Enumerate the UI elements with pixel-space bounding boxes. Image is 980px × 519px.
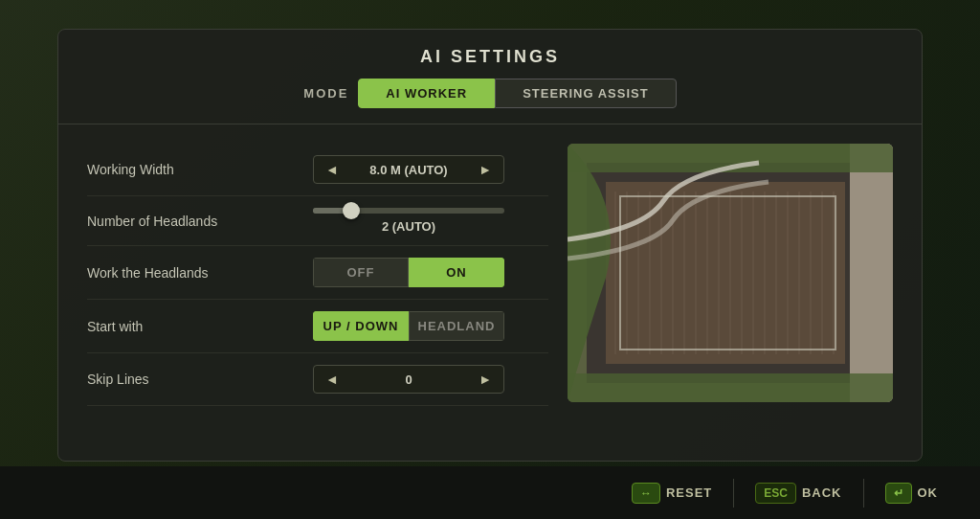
control-headlands: 2 (AUTO) xyxy=(269,208,548,234)
label-start-with: Start with xyxy=(87,319,269,334)
label-ok: OK xyxy=(918,485,939,500)
selector-working-width: ◄ 8.0 M (AUTO) ► xyxy=(313,155,504,184)
toggle-on-work-headlands[interactable]: ON xyxy=(409,258,504,287)
setting-row-start-with: Start with UP / DOWN HEADLAND xyxy=(87,300,548,353)
separator-2 xyxy=(863,479,864,508)
key-ok: ↵ xyxy=(885,483,912,504)
main-panel: AI SETTINGS MODE AI WORKER STEERING ASSI… xyxy=(57,29,923,462)
slider-container-headlands: 2 (AUTO) xyxy=(269,208,548,234)
toggle-updown[interactable]: UP / DOWN xyxy=(313,311,409,341)
mode-label: MODE xyxy=(303,86,358,101)
settings-left: Working Width ◄ 8.0 M (AUTO) ► Number of… xyxy=(87,144,548,406)
control-working-width: ◄ 8.0 M (AUTO) ► xyxy=(269,155,548,184)
toggle-work-headlands: OFF ON xyxy=(313,258,504,287)
panel-title: AI SETTINGS xyxy=(58,30,922,79)
toggle-headland[interactable]: HEADLAND xyxy=(409,311,504,341)
label-reset: RESET xyxy=(666,485,712,500)
selector-skip-lines: ◄ 0 ► xyxy=(313,365,504,394)
value-working-width: 8.0 M (AUTO) xyxy=(350,157,467,183)
arrow-left-skip-lines[interactable]: ◄ xyxy=(314,366,350,393)
control-start-with: UP / DOWN HEADLAND xyxy=(269,311,548,341)
arrow-left-working-width[interactable]: ◄ xyxy=(314,156,350,183)
bottom-bar: ↔ RESET ESC BACK ↵ OK xyxy=(0,466,980,519)
label-back: BACK xyxy=(802,485,842,500)
tab-steering-assist[interactable]: STEERING ASSIST xyxy=(495,79,677,108)
action-back[interactable]: ESC BACK xyxy=(742,477,855,509)
svg-rect-23 xyxy=(850,144,893,402)
control-skip-lines: ◄ 0 ► xyxy=(269,365,548,394)
label-headlands: Number of Headlands xyxy=(87,214,269,229)
slider-value-headlands: 2 (AUTO) xyxy=(382,219,435,234)
toggle-off-work-headlands[interactable]: OFF xyxy=(313,258,409,287)
setting-row-working-width: Working Width ◄ 8.0 M (AUTO) ► xyxy=(87,144,548,196)
separator-1 xyxy=(733,479,734,508)
key-reset: ↔ xyxy=(632,483,660,504)
slider-track-headlands[interactable] xyxy=(313,208,504,214)
tab-row: MODE AI WORKER STEERING ASSIST xyxy=(58,79,922,124)
toggle-start-with: UP / DOWN HEADLAND xyxy=(313,311,504,341)
setting-row-work-headlands: Work the Headlands OFF ON xyxy=(87,246,548,300)
arrow-right-working-width[interactable]: ► xyxy=(467,156,503,183)
label-work-headlands: Work the Headlands xyxy=(87,265,269,281)
label-skip-lines: Skip Lines xyxy=(87,372,269,387)
control-work-headlands: OFF ON xyxy=(269,258,548,287)
key-esc: ESC xyxy=(755,483,796,504)
setting-row-skip-lines: Skip Lines ◄ 0 ► xyxy=(87,353,548,406)
svg-marker-25 xyxy=(568,373,893,402)
setting-row-headlands: Number of Headlands 2 (AUTO) xyxy=(87,196,548,246)
slider-thumb-headlands[interactable] xyxy=(343,202,360,219)
settings-area: Working Width ◄ 8.0 M (AUTO) ► Number of… xyxy=(58,124,922,425)
value-skip-lines: 0 xyxy=(350,367,467,393)
label-working-width: Working Width xyxy=(87,162,269,177)
action-ok[interactable]: ↵ OK xyxy=(872,477,952,509)
action-reset[interactable]: ↔ RESET xyxy=(618,477,725,509)
tab-ai-worker[interactable]: AI WORKER xyxy=(358,79,495,108)
map-preview xyxy=(568,144,893,402)
svg-marker-2 xyxy=(606,182,845,364)
arrow-right-skip-lines[interactable]: ► xyxy=(467,366,503,393)
map-canvas-svg xyxy=(568,144,893,402)
